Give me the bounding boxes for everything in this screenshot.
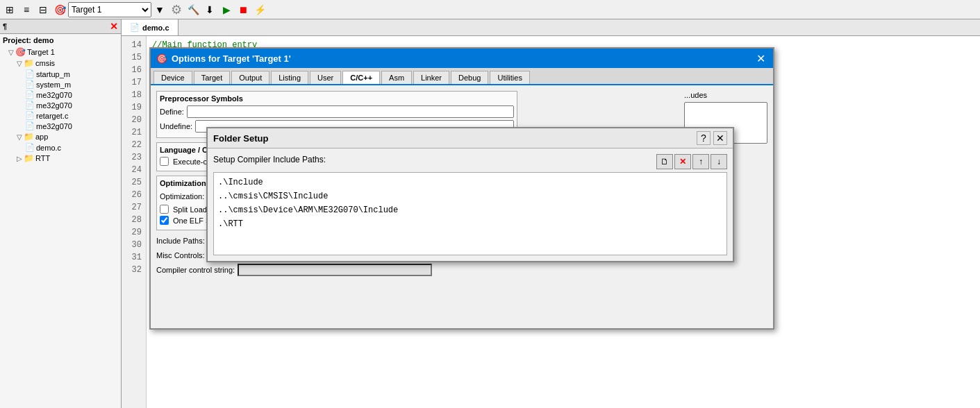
expand-icon: ▽ (8, 49, 14, 56)
sidebar-item-cmsis[interactable]: ▽ 📁 cmsis (0, 58, 121, 69)
options-dialog-body: Preprocessor Symbols Define: Undefine: L… (151, 85, 773, 328)
options-dialog-tabs: Device Target Output Listing User C/C++ … (151, 68, 773, 85)
file-icon: 📄 (25, 80, 35, 89)
project-label: Project: demo (0, 34, 121, 46)
path-item-1[interactable]: ..\cmsis\CMSIS\Include (217, 189, 724, 203)
tab-output[interactable]: Output (231, 71, 269, 84)
sidebar-item-startup[interactable]: 📄 startup_m (0, 69, 121, 79)
main-toolbar: ⊞ ≡ ⊟ 🎯 Target 1 ▼ ⚙ 🔨 ⬇ ▶ ⏹ ⚡ (0, 0, 980, 19)
tab-target[interactable]: Target (194, 71, 231, 84)
target-dropdown[interactable]: Target 1 (68, 2, 151, 17)
path-item-2[interactable]: ..\cmsis\Device\ARM\ME32G070\Include (217, 203, 724, 217)
folder-dialog-controls: ? ✕ (697, 131, 727, 145)
folder-icon: 📁 (24, 153, 34, 163)
delete-path-button[interactable]: ✕ (674, 154, 691, 169)
tab-democ[interactable]: 📄 demo.c (122, 19, 178, 35)
folder-close-button[interactable]: ✕ (713, 131, 727, 145)
options-dialog-titlebar: 🎯 Options for Target 'Target 1' ✕ (151, 49, 773, 68)
tab-utilities[interactable]: Utilities (490, 71, 529, 84)
define-row: Define: (160, 105, 514, 118)
build-icon[interactable]: ⚙ (169, 3, 183, 17)
expand-icon-collapsed: ▷ (17, 155, 22, 162)
retarget-label: retarget.c (36, 112, 68, 120)
file-icon: 📄 (25, 111, 35, 120)
tab-label: demo.c (142, 24, 169, 32)
define-label: Define: (160, 108, 184, 116)
tab-device[interactable]: Device (153, 71, 192, 84)
move-up-button[interactable]: ↑ (692, 154, 709, 169)
sidebar-close-button[interactable]: ✕ (110, 21, 118, 32)
file-icon: 📄 (25, 69, 35, 78)
target-label: Target 1 (27, 48, 55, 56)
sidebar-item-system[interactable]: 📄 system_m (0, 79, 121, 90)
folder-path-list[interactable]: .\Include ..\cmsis\CMSIS\Include ..\cmsi… (213, 172, 727, 255)
options-dialog-close-button[interactable]: ✕ (754, 51, 767, 65)
compiler-string-input[interactable] (238, 264, 432, 276)
folder-dialog-titlebar: Folder Setup ? ✕ (208, 128, 733, 148)
sidebar-pin-icon: ¶ (3, 22, 7, 31)
define-input[interactable] (187, 105, 514, 118)
rtt-label: RTT (35, 154, 50, 162)
split-load-checkbox[interactable] (160, 205, 169, 214)
app-label: app (35, 133, 48, 141)
tab-user[interactable]: User (310, 71, 341, 84)
line-numbers: 14 15 16 17 18 19 20 21 22 23 24 25 26 2… (122, 36, 147, 408)
folder-dialog-title: Folder Setup (213, 133, 268, 144)
me32g070b-label: me32g070 (36, 101, 72, 110)
file-icon: 📄 (25, 143, 35, 152)
sidebar-item-me32g070c[interactable]: 📄 me32g070 (0, 121, 121, 131)
expand-icon: ▽ (17, 60, 22, 67)
sidebar-item-me32g070b[interactable]: 📄 me32g070 (0, 100, 121, 110)
cmsis-label: cmsis (35, 59, 55, 67)
flash-icon[interactable]: ⚡ (253, 3, 267, 17)
sidebar-header: ¶ ✕ (0, 19, 121, 34)
opt-level-label: Optimization: (160, 192, 204, 201)
dropdown-icon[interactable]: ▼ (153, 3, 167, 17)
path-item-0[interactable]: .\Include (217, 176, 724, 189)
folder-icon-buttons: 🗋 ✕ ↑ ↓ (656, 154, 727, 169)
execute-only-checkbox[interactable] (160, 157, 169, 166)
layers-icon[interactable]: ≡ (19, 3, 33, 17)
rebuild-icon[interactable]: 🔨 (186, 3, 200, 17)
tab-debug[interactable]: Debug (451, 71, 488, 84)
folder-icon: 📁 (24, 58, 34, 68)
file-icon: 📄 (25, 121, 35, 130)
sidebar-item-app[interactable]: ▽ 📁 app (0, 131, 121, 142)
tab-listing[interactable]: Listing (271, 71, 308, 84)
preprocessor-title: Preprocessor Symbols (160, 94, 514, 103)
download-icon[interactable]: ⬇ (203, 3, 217, 17)
options-title-text: Options for Target 'Target 1' (172, 53, 291, 64)
editor-area: 📄 demo.c 14 15 16 17 18 19 20 21 22 23 2… (122, 19, 980, 408)
new-path-button[interactable]: 🗋 (656, 154, 673, 169)
tab-file-icon: 📄 (130, 23, 140, 32)
columns-icon[interactable]: ⊟ (36, 3, 50, 17)
sidebar-item-rtt[interactable]: ▷ 📁 RTT (0, 153, 121, 164)
tab-bar: 📄 demo.c (122, 19, 980, 36)
democ-label: demo.c (36, 144, 61, 152)
tab-asm[interactable]: Asm (381, 71, 412, 84)
options-dialog: 🎯 Options for Target 'Target 1' ✕ Device… (149, 47, 774, 330)
misc-label: Misc Controls: (156, 251, 205, 260)
sidebar-item-target1[interactable]: ▽ 🎯 Target 1 (0, 46, 121, 58)
me32g070c-label: me32g070 (36, 122, 72, 130)
sidebar-item-me32g070a[interactable]: 📄 me32g070 (0, 90, 121, 100)
move-down-button[interactable]: ↓ (711, 154, 727, 169)
one-elf-checkbox[interactable] (160, 216, 169, 225)
file-icon: 📄 (25, 101, 35, 110)
sidebar-item-democ[interactable]: 📄 demo.c (0, 142, 121, 153)
target-select-group: 🎯 Target 1 ▼ (53, 2, 167, 17)
tab-linker[interactable]: Linker (413, 71, 449, 84)
debug-stop-icon[interactable]: ⏹ (236, 3, 250, 17)
tab-cc[interactable]: C/C++ (342, 71, 380, 84)
path-item-3[interactable]: .\RTT (217, 217, 724, 231)
project-sidebar: ¶ ✕ Project: demo ▽ 🎯 Target 1 ▽ 📁 cmsis… (0, 19, 122, 408)
folder-icon: 📁 (24, 132, 34, 142)
grid-icon[interactable]: ⊞ (3, 3, 17, 17)
includes-label: Include Paths: (156, 237, 205, 245)
debug-start-icon[interactable]: ▶ (219, 3, 233, 17)
sidebar-item-retarget[interactable]: 📄 retarget.c (0, 110, 121, 121)
system-label: system_m (36, 80, 71, 89)
folder-help-button[interactable]: ? (697, 131, 711, 145)
file-icon: 📄 (25, 90, 35, 99)
folder-dialog-body: Setup Compiler Include Paths: 🗋 ✕ ↑ ↓ .\… (208, 148, 733, 261)
